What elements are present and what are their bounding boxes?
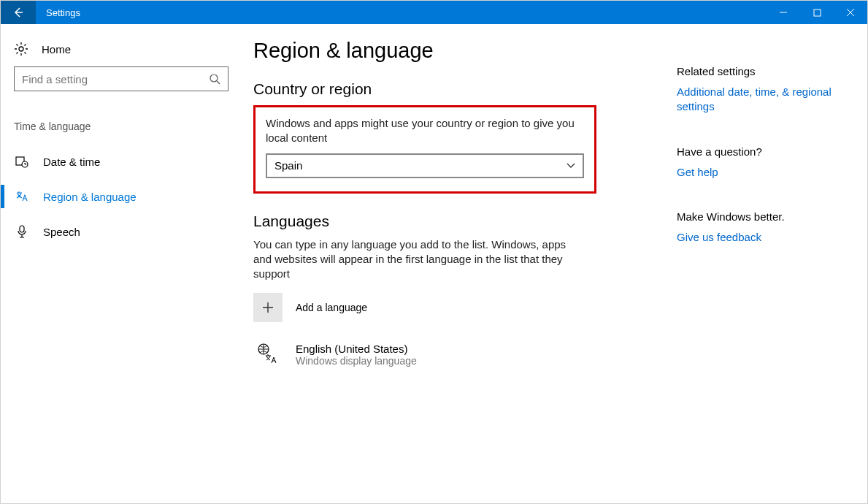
- sidebar: Home Time & language Date & time Region …: [1, 24, 242, 503]
- svg-rect-5: [20, 226, 24, 232]
- feedback-heading: Make Windows better.: [677, 210, 860, 223]
- search-input[interactable]: [14, 66, 228, 91]
- get-help-link[interactable]: Get help: [677, 165, 860, 180]
- country-description: Windows and apps might use your country …: [266, 116, 584, 146]
- arrow-left-icon: [12, 7, 24, 18]
- additional-settings-link[interactable]: Additional date, time, & regional settin…: [677, 85, 860, 115]
- window-title: Settings: [46, 7, 80, 18]
- give-feedback-link[interactable]: Give us feedback: [677, 230, 860, 245]
- search-icon: [209, 73, 220, 85]
- sidebar-item-region-language[interactable]: Region & language: [14, 182, 228, 211]
- add-language-button[interactable]: Add a language: [253, 293, 662, 322]
- aside: Related settings Additional date, time, …: [662, 39, 860, 503]
- minimize-button[interactable]: [767, 1, 800, 24]
- languages-description: You can type in any language you add to …: [253, 237, 567, 282]
- question-heading: Have a question?: [677, 145, 860, 158]
- close-icon: [846, 8, 855, 17]
- language-sub: Windows display language: [296, 355, 417, 367]
- home-label: Home: [42, 43, 71, 56]
- languages-heading: Languages: [253, 213, 662, 230]
- display-language-icon: [253, 343, 283, 364]
- maximize-button[interactable]: [800, 1, 834, 24]
- country-select[interactable]: Spain: [266, 153, 584, 178]
- sidebar-item-label: Speech: [43, 226, 80, 238]
- language-icon: [15, 190, 28, 203]
- language-item[interactable]: English (United States) Windows display …: [253, 343, 662, 367]
- titlebar: Settings: [1, 1, 867, 24]
- search-field[interactable]: [22, 73, 209, 85]
- plus-icon: [253, 293, 283, 322]
- back-button[interactable]: [1, 1, 36, 24]
- close-button[interactable]: [834, 1, 867, 24]
- related-settings-heading: Related settings: [677, 65, 860, 77]
- chevron-down-icon: [566, 163, 575, 169]
- add-language-label: Add a language: [296, 302, 367, 313]
- page-title: Region & language: [253, 39, 662, 63]
- calendar-clock-icon: [15, 155, 28, 168]
- sidebar-item-label: Date & time: [43, 156, 100, 168]
- country-highlight: Windows and apps might use your country …: [253, 105, 596, 194]
- svg-rect-0: [814, 9, 821, 16]
- country-heading: Country or region: [253, 80, 662, 98]
- section-heading: Time & language: [14, 121, 228, 132]
- gear-icon: [14, 42, 28, 56]
- svg-point-1: [19, 47, 23, 51]
- svg-point-2: [210, 75, 218, 82]
- country-selected-value: Spain: [274, 159, 302, 172]
- home-link[interactable]: Home: [14, 37, 228, 66]
- sidebar-item-label: Region & language: [43, 191, 137, 203]
- microphone-icon: [15, 225, 28, 238]
- minimize-icon: [779, 8, 788, 17]
- maximize-icon: [813, 9, 821, 17]
- language-name: English (United States): [296, 343, 417, 355]
- sidebar-item-speech[interactable]: Speech: [14, 217, 228, 246]
- sidebar-item-date-time[interactable]: Date & time: [14, 147, 228, 176]
